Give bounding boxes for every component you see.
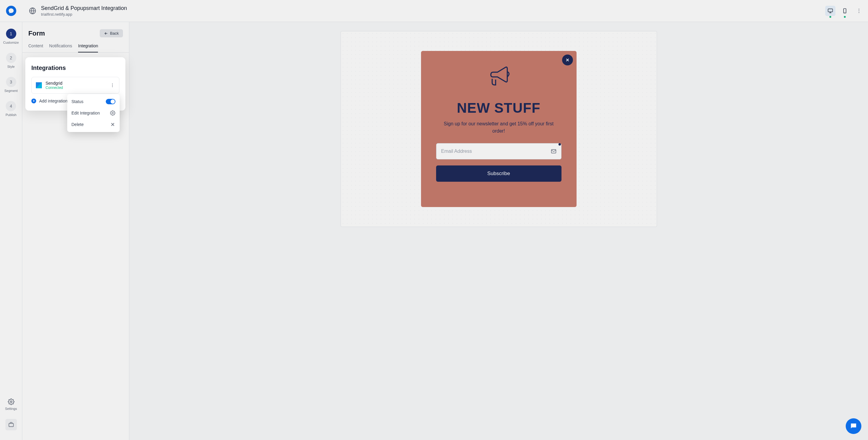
step-label: Style [7,65,14,68]
sidebar-step-publish[interactable]: 4 Publish [5,101,16,117]
svg-point-6 [10,401,12,403]
panel-title: Form [28,30,45,37]
integration-item-sendgrid[interactable]: Sendgrid Connected Status Edit Integrati… [31,77,119,94]
sidebar-settings[interactable]: Settings [5,399,17,410]
svg-point-12 [112,113,114,114]
popup-heading[interactable]: NEW STUFF [457,100,540,116]
logo-icon [8,8,14,14]
svg-point-3 [859,9,860,10]
header-title: SendGrid & Popupsmart Integration [41,5,825,11]
step-sidebar: 1 Customize 2 Style 3 Segment 4 Publish … [0,22,22,440]
integrations-card: Integrations Sendgrid Connected Status E… [25,57,125,111]
header-title-wrap: SendGrid & Popupsmart Integration trialf… [41,5,825,17]
svg-rect-7 [9,423,13,427]
device-mobile-button[interactable] [840,6,850,16]
sidebar-briefcase-button[interactable] [5,419,17,430]
mail-icon [551,148,557,154]
step-number: 1 [6,29,16,39]
sendgrid-logo-icon [36,82,42,88]
more-vertical-icon[interactable] [110,83,115,88]
tab-notifications[interactable]: Notifications [49,43,72,53]
back-button[interactable]: Back [100,29,123,37]
popup-input-wrap [436,143,561,159]
step-number: 2 [6,53,16,63]
desktop-icon [827,8,833,14]
step-label: Customize [3,41,19,44]
popup-preview: NEW STUFF Sign up for our newsletter and… [421,51,577,207]
sidebar-step-style[interactable]: 2 Style [6,53,16,68]
svg-point-10 [112,85,113,86]
close-icon [565,58,570,62]
step-number: 3 [6,77,16,87]
back-label: Back [110,31,119,36]
subscribe-button[interactable]: Subscribe [436,165,561,182]
chat-bubble-button[interactable] [846,418,861,434]
popup-close-button[interactable] [562,55,573,65]
integrations-title: Integrations [31,64,119,71]
gear-icon [8,399,14,405]
canvas-frame: NEW STUFF Sign up for our newsletter and… [341,31,657,227]
dropdown-delete[interactable]: Delete [67,119,120,130]
sidebar-step-segment[interactable]: 3 Segment [4,77,18,93]
panel-tabs: Content Notifications Integration [22,43,129,53]
popup-subtext[interactable]: Sign up for our newsletter and get 15% o… [438,120,559,135]
mobile-icon [842,8,848,14]
tab-integration[interactable]: Integration [78,43,98,53]
megaphone-icon [485,64,513,91]
preview-canvas: NEW STUFF Sign up for our newsletter and… [129,22,868,440]
app-logo[interactable] [6,6,16,16]
device-desktop-button[interactable] [825,6,835,16]
dropdown-status-label: Status [71,99,84,104]
step-number: 4 [6,101,16,111]
required-dot-icon [558,143,561,146]
settings-label: Settings [5,407,17,410]
svg-point-9 [112,84,113,84]
tab-content[interactable]: Content [28,43,43,53]
svg-rect-1 [828,9,833,12]
header-subtitle: trialfirst.netlify.app [41,12,825,17]
dropdown-delete-label: Delete [71,122,84,127]
status-dot-icon [844,16,846,18]
globe-icon[interactable] [29,7,36,14]
dropdown-edit[interactable]: Edit Integration [67,107,120,119]
step-label: Publish [5,113,16,117]
integration-dropdown: Status Edit Integration Delete [67,94,120,132]
gear-icon [110,110,116,116]
email-input[interactable] [436,143,561,159]
add-integration-label: Add integration [39,99,67,103]
status-dot-icon [830,16,831,18]
dropdown-edit-label: Edit Integration [71,111,100,116]
chat-icon [849,422,858,430]
plus-circle-icon: + [31,99,36,103]
arrow-left-icon [104,31,108,36]
close-icon [110,122,116,127]
svg-point-5 [859,12,860,13]
integration-name: Sendgrid [45,81,106,86]
header: SendGrid & Popupsmart Integration trialf… [0,0,868,22]
svg-point-4 [859,10,860,11]
dropdown-status[interactable]: Status [67,96,120,107]
integration-status: Connected [45,86,106,90]
briefcase-icon [8,421,14,428]
svg-point-11 [112,86,113,87]
step-label: Segment [4,89,18,93]
sidebar-step-customize[interactable]: 1 Customize [3,29,19,44]
device-switcher [825,6,850,16]
more-vertical-icon[interactable] [856,8,862,14]
status-toggle[interactable] [106,99,116,104]
